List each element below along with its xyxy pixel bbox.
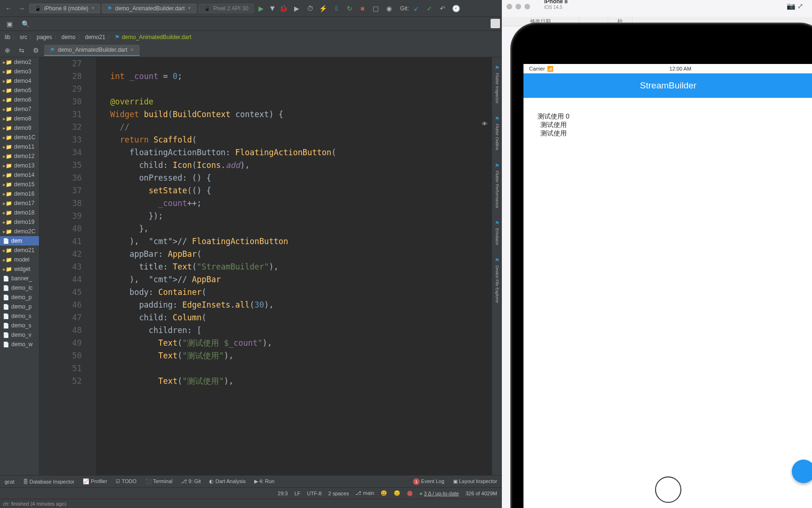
code-editor[interactable]: 👁 + 272829303132333435363738394041424344… (39, 57, 502, 475)
terminal-tab[interactable]: ⬛ Terminal (145, 478, 172, 484)
sidebar-item[interactable]: ▸📁demo19 (0, 217, 39, 227)
git-branch[interactable]: ⎇ main (355, 490, 374, 496)
devtools-icon[interactable]: ▢ (370, 3, 382, 14)
sidebar-item[interactable]: 📄demo_s (0, 311, 39, 321)
git-commit-icon[interactable]: ✓ (424, 3, 435, 14)
floating-action-button[interactable] (792, 460, 812, 483)
sidebar-item[interactable]: 📄demo_p (0, 302, 39, 311)
sidebar-item[interactable]: ▸📁demo1C (0, 133, 39, 142)
stop-icon[interactable]: ■ (357, 3, 368, 14)
sidebar-item[interactable]: ▸📁demo3 (0, 67, 39, 76)
profile-icon[interactable]: ⏱ (304, 3, 316, 14)
git-clock-icon[interactable]: 🕘 (450, 3, 461, 14)
run-icon[interactable]: ▶ (256, 3, 267, 14)
memory-usage[interactable]: 326 of 4029M (466, 491, 497, 496)
sidebar-item[interactable]: ▸📁demo4 (0, 76, 39, 86)
sidebar-item[interactable]: ▸📁demo13 (0, 161, 39, 170)
sidebar-item-label: demo5 (14, 87, 31, 94)
sidebar-item[interactable]: ▸📁demo15 (0, 180, 39, 189)
project-pane-icon[interactable]: ▣ (4, 18, 15, 30)
dart-analysis-tab[interactable]: ◐ Dart Analysis (209, 478, 245, 484)
sidebar-item[interactable]: ▸📁demo5 (0, 86, 39, 95)
sidebar-item[interactable]: 📄demo_s (0, 321, 39, 330)
forward-icon[interactable]: → (16, 3, 27, 14)
sidebar-item[interactable]: ▸📁widget (0, 264, 39, 274)
sidebar-item[interactable]: 📄banner_ (0, 274, 39, 283)
sidebar-item[interactable]: ▸📁demo18 (0, 208, 39, 217)
right-tool-tab[interactable]: ⚑Flutter Performance (495, 160, 500, 211)
avatar[interactable] (491, 19, 500, 28)
git-status[interactable]: ● 3 Δ / up-to-date (419, 491, 459, 496)
sidebar-item[interactable]: ▸📁model (0, 255, 39, 264)
sidebar-item[interactable]: 📄demo_lc (0, 283, 39, 293)
sidebar-item[interactable]: ▸📁demo17 (0, 198, 39, 208)
event-log-tab[interactable]: 1 Event Log (413, 478, 445, 485)
coverage-run-icon[interactable]: ▶ (291, 3, 303, 14)
collapse-icon[interactable]: ⇆ (16, 45, 27, 56)
run-status-bar: ch: finished (4 minutes ago) (0, 499, 502, 508)
face-icon[interactable]: 😃 (381, 490, 387, 496)
db-inspector-tab[interactable]: 🗄 Database Inspector (23, 479, 74, 484)
sidebar-item[interactable]: ▸📁demo9 (0, 123, 39, 133)
sidebar-item[interactable]: 📄demo_w (0, 340, 39, 349)
attach-icon[interactable]: ⇩ (331, 3, 342, 14)
run-config-selector[interactable]: ⚑ demo_AnimatedBuilder.dart ▼ (102, 4, 196, 13)
indent[interactable]: 2 spaces (328, 491, 349, 496)
sidebar-item-label: demo18 (14, 209, 34, 216)
search-icon[interactable]: 🔍 (20, 18, 31, 30)
sidebar-item[interactable]: ▸📁demo2 (0, 57, 39, 67)
profiler-tab[interactable]: 📈 Profiler (83, 478, 107, 484)
debug-icon[interactable]: 🐞 (278, 3, 289, 14)
sidebar-item[interactable]: ▸📁demo11 (0, 142, 39, 151)
git-update-icon[interactable]: ↙ (411, 3, 422, 14)
git-history-icon[interactable]: ↶ (437, 3, 448, 14)
sidebar-item[interactable]: ▸📁demo7 (0, 104, 39, 114)
encoding[interactable]: UTF-8 (307, 491, 321, 496)
crumb-item[interactable]: demo (62, 34, 76, 40)
layout-inspector-tab[interactable]: ▣ Layout Inspector (453, 478, 497, 484)
sidebar-item[interactable]: ▸📁demo14 (0, 170, 39, 180)
sidebar-item[interactable]: ▸📁demo8 (0, 114, 39, 123)
crumb-item[interactable]: src (20, 34, 27, 40)
gear-icon[interactable]: ⚙ (30, 45, 41, 56)
sidebar-item[interactable]: ▸📁demo21 (0, 246, 39, 255)
right-tool-tab[interactable]: ⚑Device File Explorer (495, 254, 500, 306)
hot-reload-icon[interactable]: ⚡ (318, 3, 329, 14)
crumb-file[interactable]: demo_AnimatedBuilder.dart (122, 34, 191, 40)
chevron-down-icon[interactable]: ▼ (269, 4, 276, 13)
project-toolbar: ▣ 🔍 (0, 17, 502, 31)
sidebar-item[interactable]: ▸📁demo12 (0, 151, 39, 161)
back-icon[interactable]: ← (3, 3, 14, 14)
close-icon[interactable]: ✕ (130, 47, 134, 52)
eol[interactable]: LF (294, 491, 300, 496)
simulator-toolbar-icons[interactable]: 📷 ⤢ (787, 2, 804, 10)
face-neutral-icon[interactable]: 😐 (394, 490, 400, 496)
device-selector-2[interactable]: 📱 Pixel 2 API 30 (198, 4, 254, 13)
git-tab[interactable]: ⎇ 9: Git (181, 478, 201, 484)
target-icon[interactable]: ⊕ (2, 45, 13, 56)
sidebar-item[interactable]: 📄dem (0, 236, 39, 246)
logcat-tab[interactable]: gcat (5, 479, 15, 484)
right-tool-tab[interactable]: ⚑Flutter Outline (495, 113, 500, 153)
device-selector-1[interactable]: 📱 iPhone 8 (mobile) ▼ (29, 4, 100, 13)
sidebar-item[interactable]: ▸📁demo16 (0, 189, 39, 198)
todo-tab[interactable]: ☑ TODO (116, 478, 136, 484)
crumb-item[interactable]: demo21 (85, 34, 105, 40)
crumb-item[interactable]: pages (37, 34, 52, 40)
editor-tab-active[interactable]: ⚑ demo_AnimatedBuilder.dart ✕ (44, 45, 140, 56)
restart-icon[interactable]: ↻ (344, 3, 355, 14)
right-tool-tab[interactable]: ⚑Emulator (495, 217, 500, 248)
sidebar-item[interactable]: ▸📁demo2C (0, 227, 39, 236)
home-button[interactable] (655, 476, 681, 503)
window-traffic-lights[interactable] (507, 4, 530, 9)
crumb-item[interactable]: lib (5, 34, 10, 40)
right-tool-tab[interactable]: ⚑Flutter Inspector (495, 62, 500, 106)
warn-icon[interactable]: ⬤ (407, 490, 413, 496)
sidebar-item[interactable]: 📄demo_v (0, 330, 39, 340)
sidebar-item[interactable]: 📄demo_p (0, 293, 39, 302)
caret-pos[interactable]: 29:3 (278, 491, 288, 496)
code-area[interactable]: int _count = 0; @override Widget build(B… (96, 57, 502, 475)
sidebar-item[interactable]: ▸📁demo6 (0, 95, 39, 104)
inspector-icon[interactable]: ◉ (383, 3, 395, 14)
run-tab[interactable]: ▶ 4: Run (254, 478, 274, 484)
